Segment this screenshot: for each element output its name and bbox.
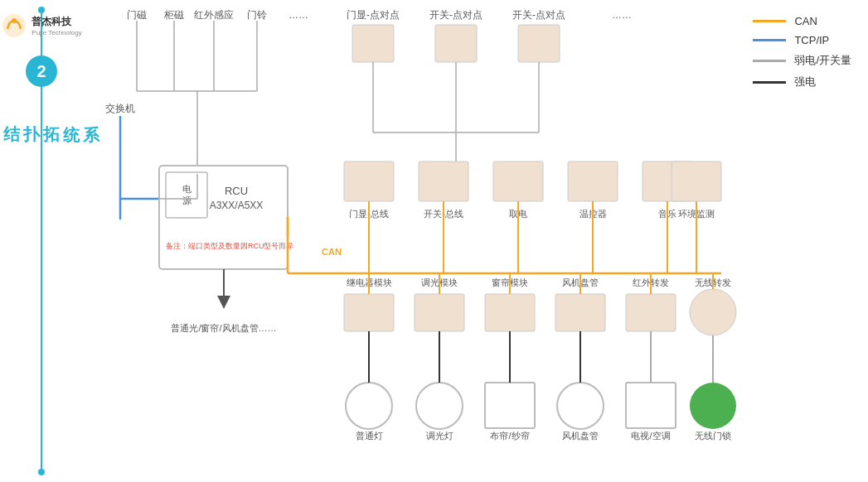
box-fcu xyxy=(555,294,605,331)
label-wireless-lock: 无线门锁 xyxy=(695,431,731,441)
label-ellipsis2: …… xyxy=(612,9,632,21)
label-switch-p2p: 开关-点对点 xyxy=(429,9,482,21)
label-fcu-device: 风机盘管 xyxy=(562,431,599,441)
circle-dimmer-light xyxy=(416,383,463,429)
circle-fcu-device xyxy=(557,383,604,429)
sidebar-title: 系 统 拓 扑 结 构 xyxy=(0,112,101,115)
box-power-take xyxy=(493,161,543,201)
circle-normal-light xyxy=(346,383,392,429)
box-switch-p2p2 xyxy=(518,25,560,62)
box-curtain-fabric xyxy=(485,383,535,428)
power-label-line1: 电 xyxy=(182,184,192,194)
box-curtain xyxy=(485,294,535,331)
switch-label: 交换机 xyxy=(105,103,135,114)
label-dimmer-light: 调光灯 xyxy=(426,431,453,441)
logo-icon xyxy=(1,12,27,39)
label-door-display-p2p: 门显-点对点 xyxy=(347,9,400,21)
label-doorbell: 门铃 xyxy=(247,9,267,21)
circle-wireless-relay xyxy=(690,289,736,335)
svg-point-1 xyxy=(12,18,17,23)
diagram-svg: 门磁 柜磁 红外感应 门铃 …… 门显-点对点 开关-点对点 开关-点对点 …… xyxy=(91,0,771,465)
can-label-diagram: CAN xyxy=(322,247,342,257)
svg-point-0 xyxy=(2,14,26,37)
box-thermostat xyxy=(568,161,618,201)
logo-text: 普杰科技 Pujie Technology xyxy=(32,15,81,36)
label-cabinet-mag: 柜磁 xyxy=(163,9,184,21)
rcu-note: 备注：端口类型及数量因RCU型号而异 xyxy=(166,242,294,250)
rcu-title: RCU xyxy=(225,185,248,197)
label-curtain-fabric: 布帘/纱帘 xyxy=(490,431,529,441)
power-label-line2: 源 xyxy=(182,195,192,205)
box-switch-bus xyxy=(419,161,468,201)
legend-weak-label: 弱电/开关量 xyxy=(794,53,851,68)
box-env-monitor xyxy=(672,161,721,201)
label-ellipsis1: …… xyxy=(289,9,308,21)
bottom-left-label: 普通光/窗帘/风机盘管…… xyxy=(171,323,276,333)
box-ir-relay xyxy=(626,294,676,331)
label-door-mag: 门磁 xyxy=(127,9,147,21)
legend-tcp-label: TCP/IP xyxy=(794,34,829,46)
legend-strong-label: 强电 xyxy=(794,75,816,89)
label-tv-ac: 电视/空调 xyxy=(631,431,670,441)
logo-area: 普杰科技 Pujie Technology xyxy=(1,12,81,39)
box-door-display-bus xyxy=(344,161,394,201)
box-tv-ac xyxy=(626,383,676,428)
legend-can-label: CAN xyxy=(794,15,817,27)
label-normal-light: 普通灯 xyxy=(356,431,383,441)
step-circle: 2 xyxy=(26,55,57,87)
sidebar: 普杰科技 Pujie Technology 2 系 统 拓 扑 结 构 xyxy=(0,0,83,482)
box-switch-p2p xyxy=(435,25,477,62)
box-relay xyxy=(344,294,394,331)
sidebar-dot-bottom xyxy=(38,469,45,475)
circle-wireless-lock xyxy=(690,383,736,429)
main-content: CAN TCP/IP 弱电/开关量 强电 门磁 柜磁 红外感应 门铃 …… 门显… xyxy=(83,0,868,482)
box-dimmer xyxy=(415,294,464,331)
rcu-subtitle: A3XX/A5XX xyxy=(210,200,264,211)
label-ir-sensor: 红外感应 xyxy=(194,9,234,21)
box-door-display-p2p xyxy=(352,25,394,62)
label-switch-p2p2: 开关-点对点 xyxy=(512,9,565,21)
